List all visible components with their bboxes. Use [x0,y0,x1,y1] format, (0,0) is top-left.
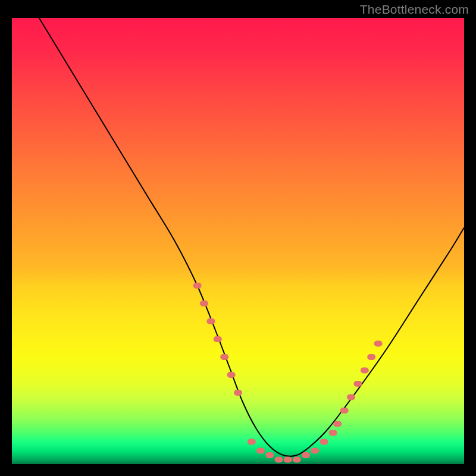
highlight-dot [367,354,375,360]
highlight-dot [320,439,328,445]
highlight-dot [329,430,337,436]
highlight-dot [347,394,355,400]
highlight-dot [311,448,319,454]
highlight-dot [248,439,256,445]
highlight-dot [220,354,228,360]
highlight-dot [374,341,383,347]
highlight-dot [274,457,283,463]
highlight-dot [284,457,292,463]
highlight-dot [206,318,215,324]
highlight-dot [193,283,202,289]
highlight-dot [340,408,349,414]
watermark-text: TheBottleneck.com [360,2,469,17]
highlight-dot [200,300,208,306]
highlight-dot [293,457,301,463]
highlight-dot [256,448,265,454]
highlight-dot [333,421,342,427]
highlight-dot [353,381,362,387]
highlight-dot [302,452,310,458]
chart-frame: TheBottleneck.com [0,0,476,476]
highlight-dot [234,390,242,396]
highlight-dot [265,452,274,458]
plot-area [12,18,464,464]
highlight-dots [193,283,383,463]
highlight-dot [227,372,236,378]
highlight-dot [361,368,369,374]
highlight-dot [214,336,222,342]
curve-svg [12,18,464,464]
